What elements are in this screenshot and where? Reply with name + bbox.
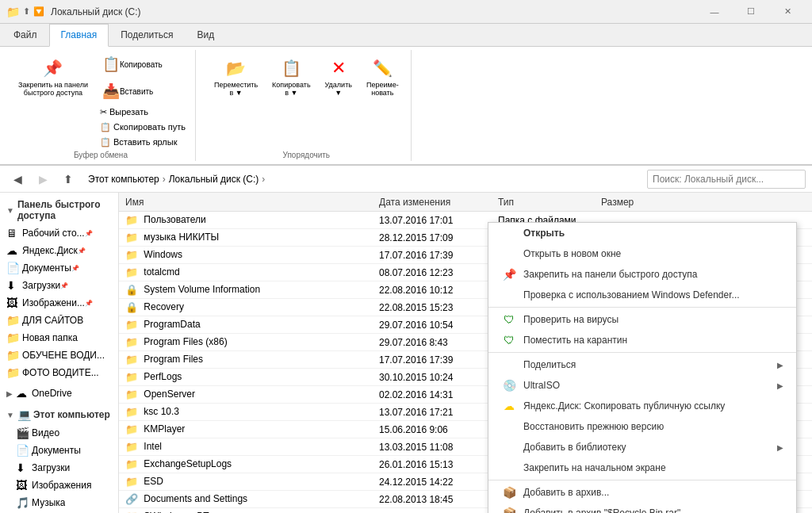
move-to-button[interactable]: 📂 Переместитьв ▼	[209, 52, 263, 101]
sidebar-item-yandex[interactable]: ☁ Яндекс.Диск 📌	[0, 242, 118, 259]
col-header-date[interactable]: Дата изменения	[373, 193, 492, 211]
onedrive-icon: ☁	[16, 387, 29, 400]
copy-path-button[interactable]: 📋 Скопировать путь	[97, 121, 189, 134]
file-name: 📁 ESD	[119, 474, 373, 490]
sidebar-item-newfolder[interactable]: 📁 Новая папка	[0, 329, 118, 346]
file-date: 29.07.2016 10:54	[373, 318, 492, 332]
pin-quick-access-button[interactable]: 📌 Закрепить на панелибыстрого доступа	[13, 52, 94, 101]
clipboard-label: Буфер обмена	[74, 149, 128, 159]
music-icon: 🎵	[16, 496, 29, 509]
file-name-text: PerfLogs	[144, 371, 182, 382]
sidebar-item-images2[interactable]: 🖼 Изображения	[0, 477, 118, 494]
context-menu-item-open[interactable]: Открыть	[488, 223, 796, 243]
sidebar-item-onedrive[interactable]: ▶ ☁ OneDrive	[0, 385, 118, 402]
sidebar-item-downloads[interactable]: ⬇ Загрузки 📌	[0, 277, 118, 294]
tab-view[interactable]: Вид	[185, 24, 226, 46]
file-icon: 📁	[125, 476, 138, 488]
foto-label: ФОТО ВОДИТЕ...	[22, 367, 99, 378]
paste-button[interactable]: 📥 Вставить	[97, 78, 189, 104]
context-menu-item-add-archive[interactable]: 📦Добавить в архив...	[488, 482, 796, 503]
context-menu-item-open-new-window[interactable]: Открыть в новом окне	[488, 243, 796, 264]
documents-icon: 📄	[16, 444, 29, 457]
copy-to-button[interactable]: 📋 Копироватьв ▼	[266, 52, 316, 101]
newfolder-label: Новая папка	[22, 332, 78, 343]
context-menu-item-ultraiso[interactable]: 💿UltraISO▶	[488, 375, 796, 396]
col-header-size[interactable]: Размер	[595, 193, 674, 211]
file-icon: 📁	[125, 423, 138, 436]
sidebar-item-music[interactable]: 🎵 Музыка	[0, 494, 118, 511]
file-icon: 📁	[125, 511, 138, 514]
tab-home[interactable]: Главная	[49, 24, 109, 47]
close-button[interactable]: ✕	[769, 0, 806, 24]
file-date: 13.07.2016 17:21	[373, 405, 492, 419]
context-menu-item-add-library[interactable]: Добавить в библиотеку▶	[488, 437, 796, 457]
col-header-type[interactable]: Тип	[492, 193, 595, 211]
context-menu-item-yandex-disk[interactable]: ☁Яндекс.Диск: Скопировать публичную ссыл…	[488, 396, 796, 416]
back-button[interactable]: ◀	[6, 168, 29, 190]
delete-ribbon-button[interactable]: ✕ Удалить▼	[320, 52, 358, 101]
maximize-button[interactable]: ☐	[733, 0, 769, 24]
file-name-text: Program Files	[144, 354, 203, 365]
cm-item-label: Восстановить прежнюю версию	[523, 421, 664, 432]
sidebar-item-docs[interactable]: 📄 Документы 📌	[0, 259, 118, 277]
context-menu-item-check-virus[interactable]: 🛡Проверить на вирусы	[488, 309, 796, 330]
sidebar-item-video[interactable]: 🎬 Видео	[0, 424, 118, 442]
downloads2-icon: ⬇	[16, 461, 29, 474]
ribbon-group-organize: 📂 Переместитьв ▼ 📋 Копироватьв ▼ ✕ Удали…	[202, 50, 412, 161]
up-button[interactable]: ⬆	[57, 168, 79, 190]
paste-shortcut-button[interactable]: 📋 Вставить ярлык	[97, 136, 189, 149]
context-menu-item-check-defender[interactable]: Проверка с использованием Windows Defend…	[488, 285, 796, 305]
breadcrumb-this-computer[interactable]: Этот компьютер	[88, 174, 159, 185]
file-icon: 📁	[125, 214, 138, 227]
breadcrumb[interactable]: Этот компьютер › Локальный диск (C:) ›	[82, 170, 644, 189]
sidebar-item-downloads2[interactable]: ⬇ Загрузки	[0, 459, 118, 477]
this-computer-header[interactable]: ▼ 💻 Этот компьютер	[0, 405, 118, 424]
forward-button[interactable]: ▶	[32, 168, 54, 190]
search-input[interactable]	[647, 170, 806, 189]
tab-share[interactable]: Поделиться	[109, 24, 185, 46]
context-menu-item-pin-quick-access[interactable]: 📌Закрепить на панели быстрого доступа	[488, 264, 796, 285]
context-menu-item-add-archive-recycle[interactable]: 📦Добавить в архив "$Recycle.Bin.rar"	[488, 503, 796, 513]
this-computer-section: ▼ 💻 Этот компьютер 🎬 Видео 📄 Документы ⬇…	[0, 405, 118, 513]
cut-button[interactable]: ✂ Вырезать	[97, 105, 189, 119]
sidebar: ▼ Панель быстрого доступа 🖥 Рабочий сто.…	[0, 193, 119, 513]
newfolder-icon: 📁	[6, 331, 19, 344]
sidebar-item-documents[interactable]: 📄 Документы	[0, 442, 118, 459]
sidebar-item-forsites[interactable]: 📁 ДЛЯ САЙТОВ	[0, 312, 118, 329]
file-date: 29.07.2016 8:43	[373, 335, 492, 350]
minimize-button[interactable]: —	[696, 0, 733, 24]
file-date: 22.08.2016 10:12	[373, 283, 492, 297]
context-menu-separator	[488, 307, 796, 308]
context-menu-item-quarantine[interactable]: 🛡Поместить на карантин	[488, 330, 796, 350]
file-date: 06.04.2016 8:54	[373, 510, 492, 514]
col-header-name[interactable]: Имя	[119, 193, 373, 211]
context-menu: ОткрытьОткрыть в новом окне📌Закрепить на…	[488, 222, 797, 513]
copy-button[interactable]: 📋 Копировать	[97, 52, 189, 77]
sidebar-item-obuchene[interactable]: 📁 ОБУЧЕНЕ ВОДИ...	[0, 346, 118, 364]
cm-blank-icon	[501, 247, 517, 260]
sidebar-item-foto[interactable]: 📁 ФОТО ВОДИТЕ...	[0, 364, 118, 381]
sidebar-item-desktop[interactable]: 🖥 Рабочий сто... 📌	[0, 224, 118, 242]
rename-ribbon-button[interactable]: ✏️ Переиме-новать	[361, 52, 404, 101]
desktop-icon: 🖥	[6, 227, 19, 239]
breadcrumb-separator-1: ›	[163, 174, 166, 185]
forsites-icon: 📁	[6, 314, 19, 327]
tab-file[interactable]: Файл	[2, 24, 49, 46]
music-label: Музыка	[32, 497, 65, 508]
quick-access-header[interactable]: ▼ Панель быстрого доступа	[0, 196, 118, 224]
file-icon: 📁	[125, 389, 138, 401]
file-date: 22.08.2013 18:45	[373, 492, 492, 507]
file-icon: 📁	[125, 319, 138, 331]
copy-icon: 📋	[102, 56, 120, 73]
desktop-label: Рабочий сто...	[22, 228, 85, 239]
breadcrumb-local-disk[interactable]: Локальный диск (C:)	[169, 174, 259, 185]
context-menu-item-share[interactable]: Поделиться▶	[488, 354, 796, 375]
context-menu-item-pin-start[interactable]: Закрепить на начальном экране	[488, 457, 796, 478]
context-menu-item-restore-prev[interactable]: Восстановить прежнюю версию	[488, 416, 796, 437]
file-name: 📁 totalcmd	[119, 265, 373, 281]
quick-access-label: Панель быстрого доступа	[17, 199, 112, 221]
file-date: 13.03.2015 11:08	[373, 440, 492, 454]
sidebar-item-images[interactable]: 🖼 Изображени... 📌	[0, 294, 118, 312]
pin-indicator-4: 📌	[60, 282, 68, 289]
file-name: 🔒 Recovery	[119, 300, 373, 316]
